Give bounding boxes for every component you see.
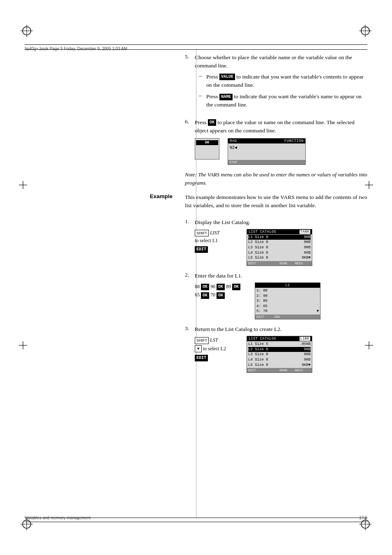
- step-3-key-row1: SHIFT LST: [195, 336, 240, 344]
- step-2-detail: 88 OK 90 OK 89 OK 65 OK 70 OK L1: [195, 282, 367, 319]
- example-label-container: Example: [123, 193, 181, 200]
- step-3-lcd-title: LIST CATALOG L1BK: [247, 336, 312, 341]
- step-1-lcd: LIST CATALOG TANK L1 Size 00KB L2 Size 0…: [247, 229, 312, 266]
- function-lcd-screen: RAD FUNCTION N2◄ STOP: [228, 138, 306, 165]
- header-text: hp40g+.book Page 5 Friday, December 9, 2…: [25, 46, 127, 51]
- dash-1: –: [199, 73, 203, 90]
- step-2-text: Enter the data for L1.: [195, 272, 367, 280]
- lcd-body: N2◄: [228, 143, 305, 160]
- ok-lcd: OK: [195, 138, 219, 160]
- dash-2: –: [199, 92, 203, 109]
- step-2-lcd: L1 1: 88 2: 90 3: 89 4: 65 5: 70▼ EDITIN…: [255, 282, 321, 319]
- l1-row: L1 Size 00KB: [248, 235, 311, 240]
- step3-l4-row: L4 Size 00KB: [248, 357, 311, 363]
- step-1-body: Display the List Catalog. SHIFT LIST to …: [195, 218, 367, 266]
- step-1-key-row2: to select L1: [195, 237, 240, 245]
- step3-l5-row: L5 Size 00KB▼: [248, 363, 311, 368]
- edit-key-3: EDIT: [195, 355, 208, 361]
- step-1-lcd-container: LIST CATALOG TANK L1 Size 00KB L2 Size 0…: [247, 229, 312, 266]
- step-5-body: Choose whether to place the variable nam…: [195, 53, 367, 113]
- step-1: 1. Display the List Catalog. SHIFT LIST …: [185, 218, 367, 266]
- step-2-lcd-body: 1: 88 2: 90 3: 89 4: 65 5: 70▼: [255, 288, 320, 314]
- right-content: 5. Choose whether to place the variable …: [185, 53, 367, 379]
- softkey-stop: STOP: [229, 160, 237, 164]
- function-lcd: RAD FUNCTION N2◄ STOP: [228, 138, 306, 165]
- lcd-title-right: FUNCTION: [284, 139, 304, 143]
- list-label-1: LIST: [210, 230, 219, 236]
- step-3-number: 3.: [185, 325, 192, 373]
- step-3-lcd-body: L1 Size 5.05KB L2 Size 00KB L3 Size 00KB…: [247, 341, 312, 368]
- step-3-title-right: L1BK: [300, 337, 310, 341]
- step-6-screens: OK RAD FUNCTION N2◄: [195, 138, 367, 165]
- step-1-lcd-title: LIST CATALOG TANK: [247, 229, 312, 234]
- ok-screen-body: [196, 145, 218, 157]
- main-content: 5. Choose whether to place the variable …: [25, 53, 367, 514]
- example-label: Example: [150, 193, 173, 199]
- step-2-keys: 88 OK 90 OK 89 OK 65 OK 70 OK: [195, 282, 248, 319]
- ok-key-89: OK: [232, 284, 240, 290]
- step-1-key-row3: EDIT: [195, 245, 240, 253]
- ok-key-65: OK: [201, 292, 209, 299]
- step-2: 2. Enter the data for L1. 88 OK 90 OK 89…: [185, 272, 367, 319]
- step-1-text: Display the List Catalog.: [195, 218, 367, 227]
- step-3-lcd: LIST CATALOG L1BK L1 Size 5.05KB L2 Size…: [247, 336, 312, 373]
- step-5-text: Choose whether to place the variable nam…: [195, 53, 367, 70]
- step-1-lcd-body: L1 Size 00KB L2 Size 00KB L3 Size 00KB L…: [247, 234, 312, 261]
- ok-screen-box: OK: [195, 138, 219, 160]
- step-3: 3. Return to the List Catalog to create …: [185, 325, 367, 373]
- vars-note: Note: The VARS menu can also be used to …: [185, 171, 367, 187]
- top-rule: [25, 49, 367, 50]
- l1-r5: 5: 70▼: [256, 309, 319, 314]
- step-3-title-left: LIST CATALOG: [249, 337, 276, 341]
- ok-key-step6: OK: [208, 119, 216, 126]
- corner-mark-tl: [21, 25, 33, 37]
- l1-r4: 4: 65: [256, 304, 319, 309]
- l5-row: L5 Size 00KB▼: [248, 255, 311, 261]
- corner-mark-tr: [359, 25, 371, 37]
- step-5: 5. Choose whether to place the variable …: [185, 53, 367, 113]
- step-2-key-row2: 65 OK 70 OK: [195, 291, 248, 299]
- l1-r3: 3: 89: [256, 298, 319, 304]
- step3-l2-row: L2 Size 00KB: [248, 347, 311, 352]
- example-text: This example demonstrates how to use the…: [185, 193, 367, 210]
- step-2-key-row1: 88 OK 90 OK 89 OK: [195, 282, 248, 291]
- ok-key-88: OK: [201, 284, 209, 290]
- value-key: VALUE: [219, 74, 235, 80]
- step-1-softkey: EDITSENDRECV: [247, 261, 312, 266]
- shift-key-1: SHIFT: [195, 230, 209, 236]
- step-6-number: 6.: [185, 118, 192, 165]
- l4-row: L4 Size 00KB: [248, 250, 311, 256]
- step-2-body: Enter the data for L1. 88 OK 90 OK 89 OK…: [195, 272, 367, 319]
- step-2-title: L1: [285, 283, 290, 287]
- step-3-text: Return to the List Catalog to create L2.: [195, 325, 367, 333]
- step-2-lcd-title: L1: [255, 283, 320, 288]
- lcd-title-left: RAD: [230, 139, 237, 143]
- step-3-key-row3: EDIT: [195, 354, 240, 362]
- step-1-title-left: LIST CATALOG: [249, 230, 276, 234]
- down-arrow: ▼: [195, 345, 202, 352]
- step-3-lcd-container: LIST CATALOG L1BK L1 Size 5.05KB L2 Size…: [247, 336, 312, 373]
- step-1-detail: SHIFT LIST to select L1 EDIT LIST CATALO…: [195, 229, 367, 266]
- step-1-keys: SHIFT LIST to select L1 EDIT: [195, 229, 240, 266]
- bullet-1-body: Press VALUE to indicate that you want th…: [206, 73, 367, 90]
- lcd-softkey: STOP: [228, 160, 305, 164]
- step-6-body: Press OK to place the value or name on t…: [195, 118, 367, 165]
- step-3-softkey: EDITSENDRECV: [247, 368, 312, 372]
- step-1-key-row1: SHIFT LIST: [195, 229, 240, 237]
- step-1-title-right: TANK: [300, 230, 310, 234]
- step-5-number: 5.: [185, 53, 192, 113]
- bullet-2: – Press NAME to indicate that you want t…: [199, 92, 367, 109]
- step-2-number: 2.: [185, 272, 192, 319]
- name-key: NAME: [219, 94, 233, 100]
- step-6: 6. Press OK to place the value or name o…: [185, 118, 367, 165]
- lcd-title: RAD FUNCTION: [228, 139, 305, 143]
- step-1-number: 1.: [185, 218, 192, 266]
- step-6-text: Press OK to place the value or name on t…: [195, 118, 367, 135]
- step-3-keys: SHIFT LST ▼ to select L2 EDIT: [195, 336, 240, 373]
- ok-key-70: OK: [217, 292, 225, 299]
- shift-key-3: SHIFT: [195, 337, 209, 344]
- step-2-softkey: EDITINS: [255, 314, 320, 319]
- l1-r1: 1: 88: [256, 288, 319, 294]
- step-3-body: Return to the List Catalog to create L2.…: [195, 325, 367, 373]
- lcd-body-line: N2◄: [230, 144, 304, 152]
